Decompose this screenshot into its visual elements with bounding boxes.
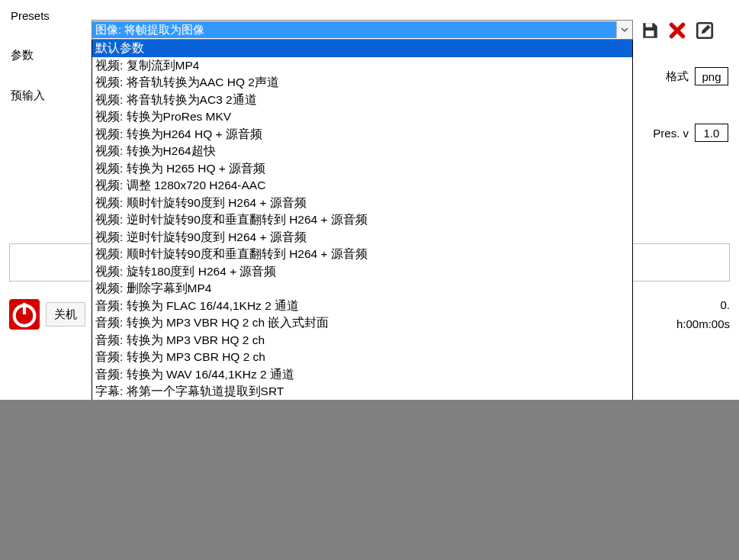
chevron-down-icon <box>621 26 628 34</box>
preset-option[interactable]: 视频: 逆时针旋转90度到 H264 + 源音频 <box>92 229 632 246</box>
params-label: 参数 <box>11 48 84 63</box>
preinput-label: 预输入 <box>11 89 84 103</box>
power-icon <box>9 299 40 330</box>
preset-option[interactable]: 音频: 转换为 MP3 CBR HQ 2 ch <box>92 349 632 366</box>
preset-option[interactable]: 视频: 顺时针旋转90度到 H264 + 源音频 <box>92 195 632 212</box>
save-icon <box>640 21 660 40</box>
preset-option[interactable]: 音频: 转换为 WAV 16/44,1KHz 2 通道 <box>92 366 632 384</box>
preset-option[interactable]: 音频: 转换为 FLAC 16/44,1KHz 2 通道 <box>92 298 632 315</box>
presets-combobox[interactable]: 图像: 将帧提取为图像 <box>92 20 633 40</box>
preset-option[interactable]: 视频: 转换为 H265 HQ + 源音频 <box>92 160 632 178</box>
presets-combobox-arrow[interactable] <box>616 21 632 38</box>
preset-option[interactable]: 视频: 转换为H264 HQ + 源音频 <box>92 126 632 143</box>
format-input[interactable]: png <box>695 67 728 85</box>
preset-option[interactable]: 视频: 转换为ProRes MKV <box>92 108 632 126</box>
svg-rect-3 <box>646 31 654 37</box>
preset-option[interactable]: 视频: 顺时针旋转90度和垂直翻转到 H264 + 源音频 <box>92 246 632 263</box>
svg-rect-2 <box>646 23 653 27</box>
delete-icon <box>667 21 687 40</box>
preset-option[interactable]: 视频: 逆时针旋转90度和垂直翻转到 H264 + 源音频 <box>92 211 632 229</box>
delete-preset-button[interactable] <box>667 20 688 41</box>
preset-option[interactable]: 视频: 复制流到MP4 <box>92 57 632 75</box>
preset-option[interactable]: 视频: 将音轨转换为AAC HQ 2声道 <box>92 74 632 92</box>
preset-option[interactable]: 视频: 调整 1280x720 H264-AAC <box>92 177 632 195</box>
preset-option[interactable]: 视频: 转换为H264超快 <box>92 143 632 160</box>
preset-option[interactable]: 视频: 将音轨转换为AC3 2通道 <box>92 92 632 109</box>
presv-label: Pres. v <box>653 127 689 140</box>
presets-dropdown[interactable]: 默认参数视频: 复制流到MP4视频: 将音轨转换为AAC HQ 2声道视频: 将… <box>92 40 633 400</box>
presv-input[interactable]: 1.0 <box>695 124 728 142</box>
shutdown-button[interactable]: 关机 <box>46 302 85 327</box>
preset-option[interactable]: 视频: 旋转180度到 H264 + 源音频 <box>92 263 632 281</box>
edit-preset-button[interactable] <box>694 20 715 41</box>
presets-combobox-text: 图像: 将帧提取为图像 <box>92 21 616 38</box>
preset-option[interactable]: 视频: 删除字幕到MP4 <box>92 280 632 298</box>
presets-label: Presets <box>11 9 84 22</box>
preset-option[interactable]: 字幕: 将第一个字幕轨道提取到SRT <box>92 383 632 400</box>
preset-option[interactable]: 默认参数 <box>92 40 632 57</box>
save-preset-button[interactable] <box>639 20 660 41</box>
preset-option[interactable]: 音频: 转换为 MP3 VBR HQ 2 ch <box>92 332 632 349</box>
format-label: 格式 <box>666 69 689 84</box>
edit-icon <box>695 21 715 40</box>
preset-option[interactable]: 音频: 转换为 MP3 VBR HQ 2 ch 嵌入式封面 <box>92 314 632 332</box>
power-button[interactable] <box>9 299 40 330</box>
